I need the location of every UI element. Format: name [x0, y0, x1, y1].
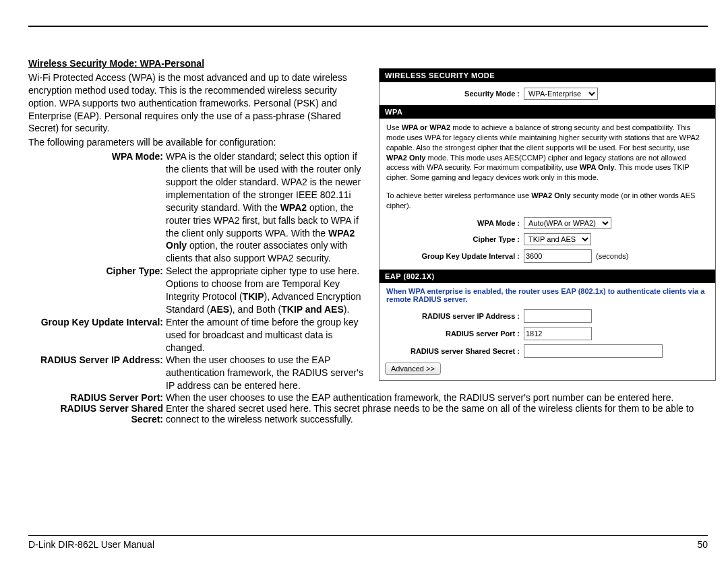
- select-security-mode[interactable]: WPA-Enterprise: [524, 88, 598, 100]
- advanced-button[interactable]: Advanced >>: [385, 363, 441, 375]
- label-security-mode: Security Mode :: [385, 90, 524, 98]
- label-radius-ip: RADIUS server IP Address :: [385, 312, 524, 320]
- def-label-radius-ip: RADIUS Server IP Address:: [28, 354, 166, 392]
- footer-page-number: 50: [697, 539, 708, 550]
- def-label-radius-port: RADIUS Server Port:: [28, 392, 166, 403]
- panel-bar-eap: EAP (802.1X): [380, 270, 715, 283]
- def-label-wpa-mode: WPA Mode:: [28, 150, 166, 265]
- input-radius-secret[interactable]: [524, 344, 663, 358]
- label-gkui-unit: (seconds): [596, 252, 628, 260]
- footer-manual-title: D-Link DIR-862L User Manual: [28, 539, 154, 550]
- panel-bar-wpa: WPA: [380, 105, 715, 119]
- def-value-cipher: Select the appropriate cipher type to us…: [166, 265, 365, 316]
- def-label-gkui: Group Key Update Interval:: [28, 316, 166, 354]
- description-column: Wireless Security Mode: WPA-Personal Wi-…: [28, 57, 365, 392]
- select-wpa-mode[interactable]: Auto(WPA or WPA2): [524, 217, 611, 229]
- def-value-radius-port: When the user chooses to use the EAP aut…: [166, 392, 708, 403]
- label-radius-port: RADIUS server Port :: [385, 330, 524, 338]
- def-value-gkui: Enter the amount of time before the grou…: [166, 316, 365, 354]
- label-cipher-type: Cipher Type :: [385, 235, 524, 243]
- label-wpa-mode: WPA Mode :: [385, 219, 524, 227]
- label-gkui: Group Key Update Interval :: [385, 252, 524, 260]
- wpa-note-2: To achieve better wireless performance u…: [380, 187, 715, 215]
- def-value-radius-secret: Enter the shared secret used here. This …: [166, 403, 708, 425]
- def-label-radius-secret: RADIUS Server Shared Secret:: [28, 403, 166, 425]
- def-value-wpa-mode: WPA is the older standard; select this o…: [166, 150, 365, 265]
- panel-bar-security-mode: WIRELESS SECURITY MODE: [380, 69, 715, 82]
- select-cipher-type[interactable]: TKIP and AES: [524, 233, 591, 245]
- input-radius-port[interactable]: [524, 327, 592, 340]
- label-radius-secret: RADIUS server Shared Secret :: [385, 347, 524, 355]
- params-lead: The following parameters will be availab…: [28, 136, 365, 149]
- section-heading: Wireless Security Mode: WPA-Personal: [28, 57, 365, 70]
- def-value-radius-ip: When the user chooses to use the EAP aut…: [166, 354, 365, 392]
- eap-note: When WPA enterprise is enabled, the rout…: [380, 283, 715, 307]
- top-rule: [28, 26, 708, 27]
- router-config-panel: WIRELESS SECURITY MODE Security Mode : W…: [379, 68, 716, 381]
- page-footer: D-Link DIR-862L User Manual 50: [28, 535, 708, 550]
- def-label-cipher: Cipher Type:: [28, 265, 166, 316]
- wpa-note-1: Use WPA or WPA2 mode to achieve a balanc…: [380, 119, 715, 187]
- input-radius-ip[interactable]: [524, 309, 592, 323]
- intro-paragraph: Wi-Fi Protected Access (WPA) is the most…: [28, 71, 365, 135]
- input-gkui[interactable]: [524, 249, 592, 263]
